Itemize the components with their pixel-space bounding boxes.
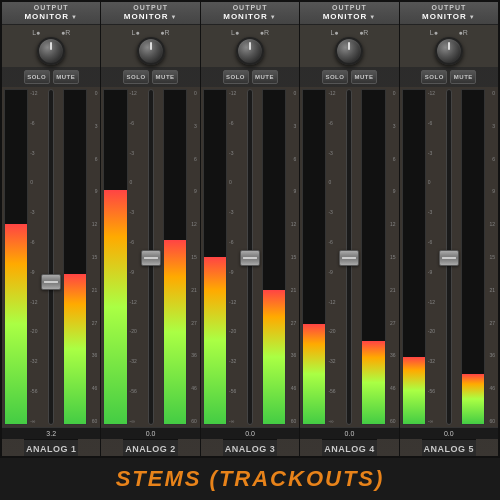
scale-label: 12 (288, 221, 296, 227)
scale-label: 15 (189, 254, 197, 260)
fader-section: -12-6-30-3-6-9-12-20-32-56-∞036912152127… (400, 87, 498, 427)
scale-label: 9 (388, 188, 396, 194)
scale-label: 60 (388, 418, 396, 424)
scale-label: 0 (229, 179, 237, 185)
volume-knob[interactable] (37, 37, 65, 65)
scale-label: -6 (328, 239, 336, 245)
scale-label: -6 (428, 239, 436, 245)
scale-label: 46 (487, 385, 495, 391)
scale-label: -12 (30, 90, 38, 96)
volume-knob[interactable] (435, 37, 463, 65)
r-label: ●R (61, 29, 70, 36)
scale-label: 27 (388, 320, 396, 326)
mute-button[interactable]: MUTE (53, 70, 79, 84)
scale-label: -6 (130, 120, 138, 126)
right-meter (163, 89, 187, 425)
fader-section: -12-6-30-3-6-9-12-20-32-56-∞036912152127… (300, 87, 398, 427)
scale-label: 6 (89, 156, 97, 162)
l-label: L● (330, 29, 338, 36)
fader-handle[interactable] (41, 274, 61, 290)
scale-label: -12 (30, 299, 38, 305)
left-meter (302, 89, 326, 425)
scale-label: 3 (288, 123, 296, 129)
scale-right: 036912152127364660 (486, 89, 496, 425)
solo-mute-row: SOLOMUTE (421, 70, 476, 84)
fader-handle[interactable] (439, 250, 459, 266)
scale-label: 9 (189, 188, 197, 194)
scale-label: -9 (130, 269, 138, 275)
scale-left: -12-6-30-3-6-9-12-20-32-56-∞ (327, 89, 337, 425)
fader-track[interactable] (247, 89, 253, 425)
fader-handle[interactable] (141, 250, 161, 266)
scale-label: -6 (229, 120, 237, 126)
channel-header-3: OUTPUTMONITOR (201, 2, 299, 25)
output-label: OUTPUT (332, 4, 367, 12)
fader-track[interactable] (148, 89, 154, 425)
solo-button[interactable]: SOLO (421, 70, 447, 84)
l-label: L● (132, 29, 140, 36)
knob-area: L●●R (201, 25, 299, 67)
mute-button[interactable]: MUTE (450, 70, 476, 84)
right-meter-fill (362, 341, 384, 425)
knob-area: L●●R (400, 25, 498, 67)
scale-label: 36 (487, 352, 495, 358)
scale-right: 036912152127364660 (387, 89, 397, 425)
scale-label: -6 (328, 120, 336, 126)
monitor-label[interactable]: MONITOR (323, 12, 377, 22)
scale-label: 15 (89, 254, 97, 260)
channel-name-3: ANALOG 3 (223, 439, 278, 456)
solo-button[interactable]: SOLO (123, 70, 149, 84)
scale-label: -∞ (428, 418, 436, 424)
scale-label: 9 (487, 188, 495, 194)
solo-button[interactable]: SOLO (223, 70, 249, 84)
volume-knob[interactable] (137, 37, 165, 65)
scale-label: -∞ (229, 418, 237, 424)
channel-2: OUTPUTMONITORL●●RSOLOMUTE-12-6-30-3-6-9-… (101, 2, 200, 456)
right-meter-fill (64, 274, 86, 424)
scale-label: -9 (229, 269, 237, 275)
channel-header-1: OUTPUTMONITOR (2, 2, 100, 25)
fader-handle[interactable] (240, 250, 260, 266)
fader-track[interactable] (346, 89, 352, 425)
scale-left: -12-6-30-3-6-9-12-20-32-56-∞ (29, 89, 39, 425)
solo-button[interactable]: SOLO (24, 70, 50, 84)
volume-knob[interactable] (335, 37, 363, 65)
fader-handle[interactable] (339, 250, 359, 266)
knob-area: L●●R (2, 25, 100, 67)
monitor-label[interactable]: MONITOR (223, 12, 277, 22)
left-meter-fill (403, 357, 425, 424)
scale-label: -56 (130, 388, 138, 394)
monitor-label[interactable]: MONITOR (24, 12, 78, 22)
scale-label: -3 (229, 150, 237, 156)
mute-button[interactable]: MUTE (252, 70, 278, 84)
scale-label: -12 (229, 90, 237, 96)
scale-label: -3 (428, 150, 436, 156)
scale-label: 36 (388, 352, 396, 358)
r-label: ●R (459, 29, 468, 36)
volume-knob[interactable] (236, 37, 264, 65)
right-meter (63, 89, 87, 425)
scale-label: -∞ (30, 418, 38, 424)
fader-track[interactable] (446, 89, 452, 425)
scale-label: -3 (130, 150, 138, 156)
channel-3: OUTPUTMONITORL●●RSOLOMUTE-12-6-30-3-6-9-… (201, 2, 300, 456)
scale-label: 0 (487, 90, 495, 96)
monitor-label[interactable]: MONITOR (422, 12, 476, 22)
channel-value-1: 3.2 (2, 427, 100, 439)
scale-label: -6 (229, 239, 237, 245)
scale-label: -56 (30, 388, 38, 394)
scale-label: 0 (89, 90, 97, 96)
mute-button[interactable]: MUTE (351, 70, 377, 84)
stems-title: STEMS (TRACKOUTS) (0, 466, 500, 492)
mute-button[interactable]: MUTE (152, 70, 178, 84)
scale-left: -12-6-30-3-6-9-12-20-32-56-∞ (427, 89, 437, 425)
solo-button[interactable]: SOLO (322, 70, 348, 84)
output-label: OUTPUT (133, 4, 168, 12)
left-meter (402, 89, 426, 425)
fader-track-container (239, 89, 261, 425)
scale-label: 27 (487, 320, 495, 326)
right-meter-fill (462, 374, 484, 424)
scale-label: -∞ (328, 418, 336, 424)
fader-track[interactable] (48, 89, 54, 425)
monitor-label[interactable]: MONITOR (124, 12, 178, 22)
